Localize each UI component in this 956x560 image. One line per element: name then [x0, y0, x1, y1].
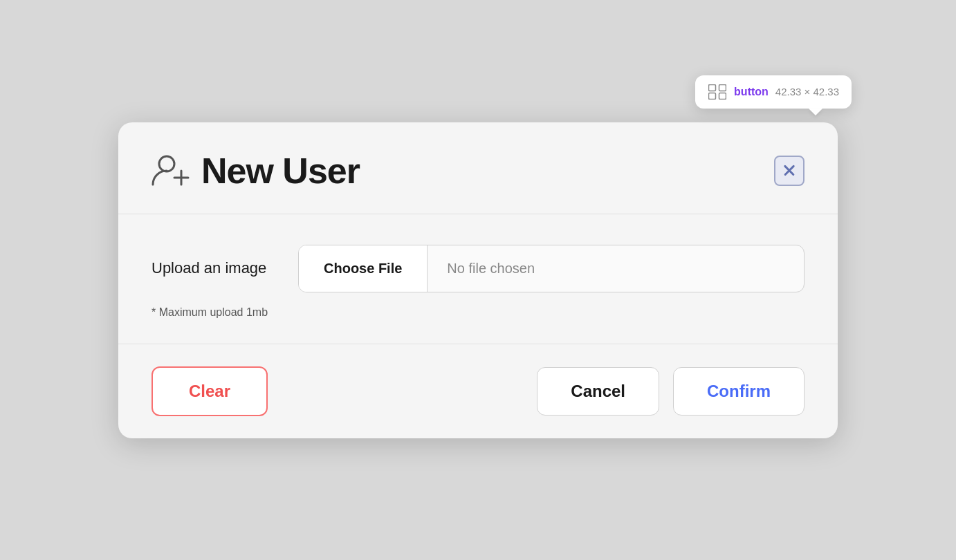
svg-rect-2: [719, 84, 726, 91]
dialog-footer: Clear Cancel Confirm: [118, 344, 838, 438]
cancel-button[interactable]: Cancel: [537, 367, 659, 416]
tooltip-type-label: button: [734, 86, 769, 98]
tooltip-arrow: [809, 109, 822, 115]
dialog-header: New User: [118, 122, 838, 214]
header-left: New User: [151, 150, 360, 192]
svg-rect-0: [709, 84, 716, 91]
svg-point-4: [159, 156, 174, 171]
tooltip-icon: [708, 82, 727, 102]
dialog-body: Upload an image Choose File No file chos…: [118, 214, 838, 344]
new-user-dialog: button 42.33 × 42.33 New User Upload an …: [118, 122, 838, 438]
svg-rect-3: [719, 93, 726, 99]
choose-file-button[interactable]: Choose File: [299, 245, 428, 292]
upload-label: Upload an image: [151, 259, 276, 277]
tooltip-size-label: 42.33 × 42.33: [775, 86, 839, 97]
no-file-text: No file chosen: [428, 245, 804, 292]
user-plus-icon: [151, 153, 190, 189]
dialog-title: New User: [201, 150, 360, 192]
upload-row: Upload an image Choose File No file chos…: [151, 245, 805, 292]
footer-right: Cancel Confirm: [537, 367, 805, 416]
file-input-wrapper: Choose File No file chosen: [298, 245, 805, 292]
close-button[interactable]: [774, 156, 805, 186]
clear-button[interactable]: Clear: [151, 366, 268, 416]
max-upload-note: * Maximum upload 1mb: [151, 306, 805, 319]
svg-rect-1: [709, 93, 716, 99]
tooltip: button 42.33 × 42.33: [695, 75, 852, 109]
confirm-button[interactable]: Confirm: [673, 367, 805, 416]
